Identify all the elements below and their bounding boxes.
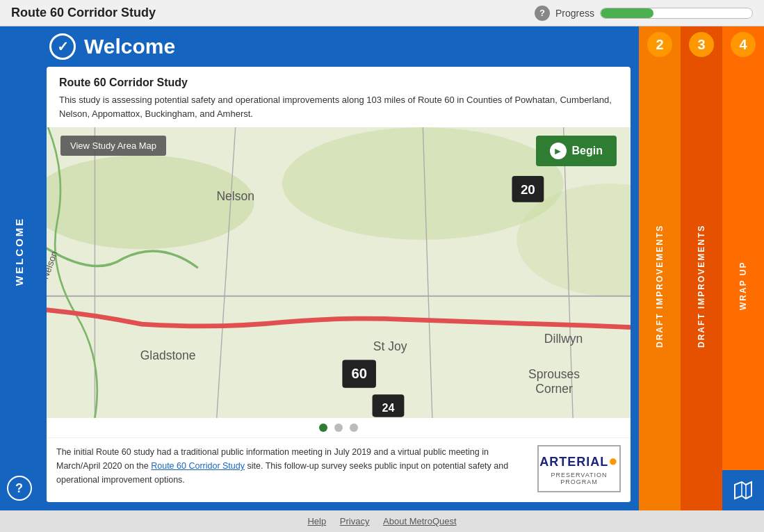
content-card: Route 60 Corridor Study This study is as… bbox=[47, 67, 631, 502]
tab-4-number: 4 bbox=[731, 32, 756, 57]
tab-draft-improvements-2[interactable]: 3 DRAFT IMPROVEMENTS bbox=[681, 26, 722, 510]
footer: Help Privacy About MetroQuest bbox=[0, 510, 764, 532]
footer-privacy-link[interactable]: Privacy bbox=[340, 516, 370, 526]
svg-text:Dillwyn: Dillwyn bbox=[544, 332, 583, 346]
begin-arrow-icon: ► bbox=[550, 143, 567, 159]
progress-section: ? Progress bbox=[535, 6, 753, 21]
begin-button[interactable]: ► Begin bbox=[536, 136, 617, 166]
help-button[interactable]: ? bbox=[7, 476, 32, 501]
check-icon: ✓ bbox=[49, 33, 76, 60]
svg-text:Gladstone: Gladstone bbox=[140, 348, 196, 362]
svg-text:20: 20 bbox=[521, 182, 535, 197]
tab-4-label: WRAP UP bbox=[738, 61, 748, 510]
tab-draft-improvements-1[interactable]: 2 DRAFT IMPROVEMENTS bbox=[639, 26, 681, 510]
svg-text:Corner: Corner bbox=[535, 382, 573, 396]
logo-text: ARTERIAL● bbox=[539, 452, 618, 470]
logo-sub: PRESERVATIONPROGRAM bbox=[551, 471, 607, 485]
right-tabs: 2 DRAFT IMPROVEMENTS 3 DRAFT IMPROVEMENT… bbox=[639, 26, 764, 510]
tab-2-number: 2 bbox=[647, 32, 672, 57]
footer-about-link[interactable]: About MetroQuest bbox=[383, 516, 457, 526]
pagination-dots bbox=[47, 418, 631, 437]
bottom-text: The initial Route 60 study had a traditi… bbox=[56, 445, 528, 492]
svg-text:60: 60 bbox=[351, 366, 367, 381]
main-area: WELCOME ? ✓ Welcome Route 60 Corridor St… bbox=[0, 26, 764, 510]
map-nav-icon-area bbox=[722, 470, 764, 510]
card-title: Route 60 Corridor Study bbox=[59, 76, 618, 89]
app-title: Route 60 Corridor Study bbox=[11, 6, 156, 20]
progress-bar-fill bbox=[601, 8, 653, 18]
left-sidebar: WELCOME ? bbox=[0, 26, 38, 510]
progress-label: Progress bbox=[555, 8, 594, 19]
map-svg: 20 15 60 24 Nelson Amherst Nelson Gladst… bbox=[47, 127, 631, 418]
welcome-tab-label: WELCOME bbox=[13, 26, 25, 476]
card-top-text: Route 60 Corridor Study This study is as… bbox=[47, 67, 631, 127]
card-description: This study is assessing potential safety… bbox=[59, 93, 618, 120]
tab-2-label: DRAFT IMPROVEMENTS bbox=[655, 61, 665, 510]
welcome-header: ✓ Welcome bbox=[38, 26, 639, 67]
center-content: ✓ Welcome Route 60 Corridor Study This s… bbox=[38, 26, 639, 510]
logo-dot: ● bbox=[608, 452, 618, 469]
svg-text:Nelson: Nelson bbox=[216, 189, 254, 203]
map-area: 20 15 60 24 Nelson Amherst Nelson Gladst… bbox=[47, 127, 631, 418]
dot-3[interactable] bbox=[350, 424, 358, 432]
svg-text:Sprouses: Sprouses bbox=[528, 367, 580, 381]
view-map-button[interactable]: View Study Area Map bbox=[60, 136, 166, 156]
dot-1[interactable] bbox=[319, 424, 327, 432]
study-link[interactable]: Route 60 Corridor Study bbox=[151, 461, 245, 471]
map-nav-icon bbox=[732, 479, 754, 501]
svg-text:24: 24 bbox=[382, 401, 394, 414]
tab-wrap-up[interactable]: 4 WRAP UP bbox=[722, 26, 764, 510]
top-bar: Route 60 Corridor Study ? Progress bbox=[0, 0, 764, 26]
progress-bar bbox=[600, 8, 753, 19]
logo-box: ARTERIAL● PRESERVATIONPROGRAM bbox=[537, 445, 621, 492]
dot-2[interactable] bbox=[334, 424, 343, 432]
bottom-text-area: The initial Route 60 study had a traditi… bbox=[47, 437, 631, 502]
welcome-title: Welcome bbox=[84, 35, 175, 58]
footer-help-link[interactable]: Help bbox=[307, 516, 326, 526]
tab-3-label: DRAFT IMPROVEMENTS bbox=[697, 61, 706, 510]
svg-text:St Joy: St Joy bbox=[373, 339, 407, 353]
tab-3-number: 3 bbox=[689, 32, 714, 57]
right-tabs-wrapper: 2 DRAFT IMPROVEMENTS 3 DRAFT IMPROVEMENT… bbox=[639, 26, 764, 510]
progress-help-icon[interactable]: ? bbox=[535, 6, 550, 21]
